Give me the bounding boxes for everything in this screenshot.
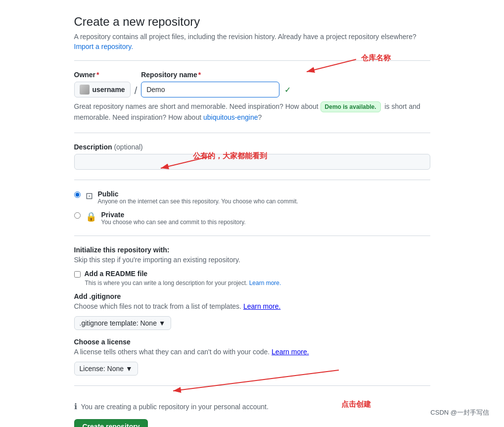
availability-badge: Demo is available. [321, 101, 381, 112]
license-heading: Choose a license [74, 338, 430, 346]
readme-label: Add a README file [85, 270, 148, 278]
readme-learn-more-link[interactable]: Learn more. [249, 280, 281, 286]
repo-name-label: Repository name* [141, 71, 291, 79]
annotation-cangku: 仓库名称 [361, 53, 391, 63]
import-link[interactable]: Import a repository. [74, 43, 134, 50]
license-dropdown[interactable]: License: None ▼ [74, 362, 138, 376]
repo-name-input[interactable] [141, 82, 279, 97]
repo-name-field-group: Repository name* ✓ [141, 71, 291, 97]
section-divider-5 [74, 385, 430, 386]
svg-line-1 [307, 59, 356, 72]
section-divider-2 [74, 133, 430, 133]
visibility-section: ⊡ Public Anyone on the internet can see … [74, 190, 430, 226]
create-repository-button[interactable]: Create repository [74, 419, 148, 427]
owner-box[interactable]: username [74, 82, 131, 97]
init-heading: Initialize this repository with: [74, 246, 430, 254]
visibility-private-desc: You choose who can see and commit to thi… [101, 219, 246, 226]
visibility-private-label: Private [101, 211, 246, 219]
license-learn-more-link[interactable]: Learn more. [272, 348, 309, 356]
page-title: Create a new repository [74, 15, 430, 29]
path-slash: / [135, 86, 137, 97]
section-divider-1 [74, 60, 430, 61]
gitignore-desc: Choose which files not to track from a l… [74, 302, 430, 310]
owner-required-star: * [96, 71, 99, 79]
readme-checkbox-row: Add a README file [74, 270, 430, 278]
owner-repo-row: Owner* username / Repository name* ✓ [74, 71, 430, 97]
visibility-private-radio[interactable] [74, 212, 81, 219]
visibility-public-content: Public Anyone on the internet can see th… [98, 190, 298, 205]
watermark: CSDN @一封手写信 [430, 408, 489, 417]
readme-checkbox[interactable] [74, 271, 81, 278]
gitignore-dropdown[interactable]: .gitignore template: None ▼ [74, 316, 171, 330]
readme-desc: This is where you can write a long descr… [85, 280, 430, 286]
license-desc: A license tells others what they can and… [74, 348, 430, 356]
init-desc: Skip this step if you're importing an ex… [74, 256, 430, 264]
notice-text: You are creating a public repository in … [81, 403, 269, 411]
availability-row: Great repository names are short and mem… [74, 101, 430, 123]
visibility-private-content: Private You choose who can see and commi… [101, 211, 246, 226]
visibility-private-option: 🔒 Private You choose who can see and com… [74, 211, 430, 226]
description-input[interactable] [74, 154, 430, 170]
owner-label: Owner* [74, 71, 131, 79]
private-icon: 🔒 [86, 211, 96, 222]
gitignore-learn-more-link[interactable]: Learn more. [243, 302, 280, 310]
visibility-public-desc: Anyone on the internet can see this repo… [98, 198, 298, 205]
suggestion-link[interactable]: ubiquitous-engine [203, 113, 258, 121]
description-optional: (optional) [114, 143, 142, 151]
repo-name-required-star: * [198, 71, 201, 79]
public-icon: ⊡ [86, 190, 93, 201]
info-icon: ℹ [74, 402, 77, 411]
notice-bar: ℹ You are creating a public repository i… [74, 396, 430, 419]
gitignore-heading: Add .gitignore [74, 292, 430, 300]
owner-name: username [92, 86, 125, 94]
owner-avatar [80, 85, 90, 95]
section-divider-3 [74, 180, 430, 180]
checkmark-icon: ✓ [284, 85, 291, 95]
owner-field-group: Owner* username [74, 71, 131, 97]
page-subtitle: A repository contains all project files,… [74, 33, 430, 41]
description-label: Description (optional) [74, 143, 430, 151]
visibility-public-radio[interactable] [74, 191, 81, 198]
visibility-public-option: ⊡ Public Anyone on the internet can see … [74, 190, 430, 205]
visibility-public-label: Public [98, 190, 298, 198]
section-divider-4 [74, 236, 430, 236]
